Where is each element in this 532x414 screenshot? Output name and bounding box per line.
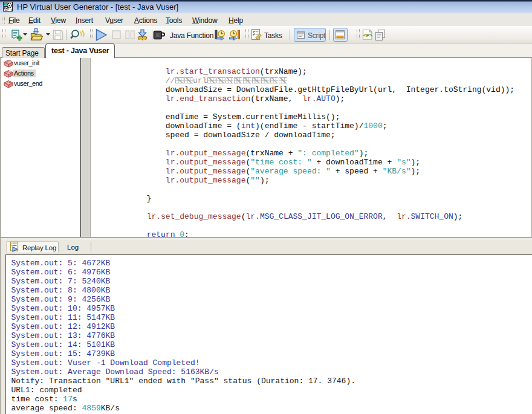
- svg-text:<P>: <P>: [363, 33, 372, 38]
